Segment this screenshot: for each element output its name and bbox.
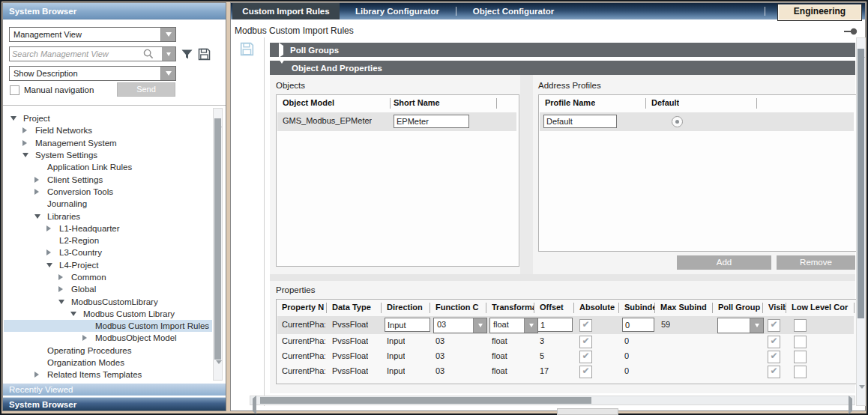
scroll-right-icon[interactable] bbox=[849, 399, 852, 412]
profile-name-input[interactable] bbox=[543, 115, 617, 128]
save-filter-icon[interactable] bbox=[198, 48, 211, 61]
properties-col-4[interactable]: Transformat bbox=[492, 303, 534, 312]
poll-groups-header[interactable]: Poll Groups bbox=[270, 43, 855, 57]
objects-col-short-name[interactable]: Short Name bbox=[394, 98, 440, 107]
absolute-checkbox[interactable]: ✔ bbox=[579, 366, 592, 378]
tree-item-project[interactable]: Project bbox=[4, 112, 212, 124]
tree-expand-icon[interactable] bbox=[82, 335, 95, 341]
horizontal-scrollbar[interactable] bbox=[250, 396, 855, 405]
system-browser-bar[interactable]: System Browser bbox=[3, 397, 226, 411]
tree-collapse-icon[interactable] bbox=[58, 300, 71, 304]
short-name-input[interactable] bbox=[394, 115, 469, 128]
tree-collapse-icon[interactable] bbox=[46, 263, 59, 267]
properties-row-3[interactable]: CurrentPha:PvssFloatInput03float17✔0✔ bbox=[277, 364, 854, 379]
objects-col-object-model[interactable]: Object Model bbox=[283, 98, 334, 107]
poll-group-dropdown[interactable] bbox=[717, 318, 764, 333]
default-radio[interactable] bbox=[672, 116, 683, 127]
objects-row[interactable]: GMS_Modbus_EPMeter bbox=[277, 112, 516, 131]
tree-scrollbar[interactable] bbox=[213, 108, 223, 381]
offset-input[interactable] bbox=[537, 318, 573, 332]
add-button[interactable]: Add bbox=[677, 255, 771, 270]
function-code-dropdown[interactable]: 03 bbox=[433, 318, 487, 333]
vertical-scrollbar-thumb[interactable] bbox=[858, 49, 864, 318]
scroll-left-icon[interactable] bbox=[253, 399, 256, 412]
tree-item-common[interactable]: Common bbox=[4, 271, 212, 283]
scroll-down-icon[interactable] bbox=[859, 389, 865, 402]
properties-col-11[interactable]: Low Level Cor bbox=[792, 303, 854, 312]
tree-item-field-networks[interactable]: Field Networks bbox=[4, 124, 212, 136]
tree-item-l3-country[interactable]: L3-Country bbox=[4, 246, 212, 258]
tree-item-client-settings[interactable]: Client Settings bbox=[4, 173, 212, 185]
chevron-down-icon[interactable] bbox=[524, 318, 537, 333]
tree-item-application-link-rules[interactable]: Application Link Rules bbox=[4, 161, 212, 173]
chevron-down-icon[interactable] bbox=[473, 318, 486, 333]
tree-expand-icon[interactable] bbox=[22, 127, 35, 133]
tab-custom-import-rules[interactable]: Custom Import Rules bbox=[232, 3, 340, 19]
tree-item-global[interactable]: Global bbox=[4, 283, 212, 295]
tab-object-configurator[interactable]: Object Configurator bbox=[457, 3, 570, 19]
properties-col-3[interactable]: Function C bbox=[435, 303, 486, 312]
tree-item-journaling[interactable]: Journaling bbox=[4, 198, 212, 210]
tab-library-configurator[interactable]: Library Configurator bbox=[340, 3, 454, 19]
subindex-input[interactable] bbox=[622, 318, 654, 332]
tree-item-management-system[interactable]: Management System bbox=[4, 137, 212, 149]
tree-item-libraries[interactable]: Libraries bbox=[4, 210, 212, 222]
chevron-down-icon[interactable] bbox=[750, 318, 763, 333]
visibility-checkbox[interactable]: ✔ bbox=[768, 366, 780, 378]
visibility-checkbox[interactable]: ✔ bbox=[768, 336, 780, 348]
tree-expand-icon[interactable] bbox=[34, 372, 47, 378]
tree-item-organization-modes[interactable]: Organization Modes bbox=[4, 357, 212, 369]
tree-expand-icon[interactable] bbox=[58, 286, 71, 292]
tree-item-modbuscustomlibrary[interactable]: ModbusCustomLibrary bbox=[4, 295, 212, 307]
address-profile-row[interactable] bbox=[540, 112, 854, 131]
visibility-checkbox[interactable]: ✔ bbox=[768, 351, 780, 363]
absolute-checkbox[interactable]: ✔ bbox=[579, 351, 592, 363]
properties-row-2[interactable]: CurrentPha:PvssFloatInput03float5✔0✔ bbox=[277, 349, 854, 364]
properties-col-6[interactable]: Absolute bbox=[579, 303, 618, 312]
tree-item-conversion-tools[interactable]: Conversion Tools bbox=[4, 186, 212, 198]
tree-expand-icon[interactable] bbox=[34, 189, 47, 195]
horizontal-scrollbar-thumb[interactable] bbox=[260, 397, 591, 404]
low-level-checkbox[interactable] bbox=[794, 366, 807, 378]
tree-collapse-icon[interactable] bbox=[34, 214, 47, 219]
engineering-mode-button[interactable]: Engineering bbox=[777, 4, 862, 21]
properties-row-1[interactable]: CurrentPha:PvssFloatInput03float3✔0✔ bbox=[277, 334, 854, 349]
search-icon[interactable] bbox=[143, 49, 154, 59]
profiles-col-default[interactable]: Default bbox=[651, 98, 679, 107]
tree-collapse-icon[interactable] bbox=[10, 116, 23, 121]
search-options-chevron-icon[interactable] bbox=[162, 47, 175, 61]
absolute-checkbox[interactable]: ✔ bbox=[579, 319, 592, 332]
properties-col-7[interactable]: Subinde bbox=[624, 303, 654, 312]
properties-col-0[interactable]: Property N bbox=[282, 303, 326, 312]
tree-expand-icon[interactable] bbox=[22, 140, 35, 146]
tree-item-modbus-custom-library[interactable]: Modbus Custom Library bbox=[4, 308, 212, 320]
tree-item-l2-region[interactable]: L2-Region bbox=[4, 234, 212, 246]
remove-button[interactable]: Remove bbox=[777, 255, 855, 270]
tree-item-l4-project[interactable]: L4-Project bbox=[4, 259, 212, 271]
filter-icon[interactable] bbox=[181, 48, 193, 61]
properties-col-5[interactable]: Offset bbox=[540, 303, 573, 312]
tree-item-system-settings[interactable]: System Settings bbox=[4, 149, 212, 161]
tree-item-related-items-templates[interactable]: Related Items Templates bbox=[4, 369, 212, 381]
scroll-down-icon[interactable] bbox=[216, 364, 222, 378]
object-and-properties-header[interactable]: Object And Properties bbox=[270, 61, 855, 75]
properties-col-9[interactable]: Poll Group bbox=[718, 303, 762, 312]
tree-item-modbusobject-model[interactable]: ModbusObject Model bbox=[4, 332, 212, 344]
view-selector-dropdown[interactable]: Management View bbox=[9, 27, 176, 42]
tree-scrollbar-thumb[interactable] bbox=[214, 118, 221, 360]
chevron-down-icon[interactable] bbox=[160, 28, 175, 41]
window-resize-grip[interactable] bbox=[557, 408, 618, 415]
transformation-dropdown[interactable]: float bbox=[489, 318, 538, 333]
manual-navigation-checkbox[interactable] bbox=[10, 85, 19, 95]
tree-expand-icon[interactable] bbox=[58, 274, 71, 280]
properties-col-8[interactable]: Max Subind bbox=[660, 303, 712, 312]
recently-viewed-bar[interactable]: Recently Viewed bbox=[3, 383, 226, 396]
tree-expand-icon[interactable] bbox=[34, 177, 47, 183]
profiles-col-profile-name[interactable]: Profile Name bbox=[545, 98, 595, 107]
absolute-checkbox[interactable]: ✔ bbox=[579, 336, 592, 348]
save-icon[interactable] bbox=[240, 42, 254, 56]
tree-expand-icon[interactable] bbox=[46, 249, 59, 255]
properties-row-0[interactable]: CurrentPha:PvssFloat03float✔59✔ bbox=[277, 316, 854, 334]
chevron-down-icon[interactable] bbox=[160, 67, 175, 80]
low-level-checkbox[interactable] bbox=[794, 351, 807, 363]
